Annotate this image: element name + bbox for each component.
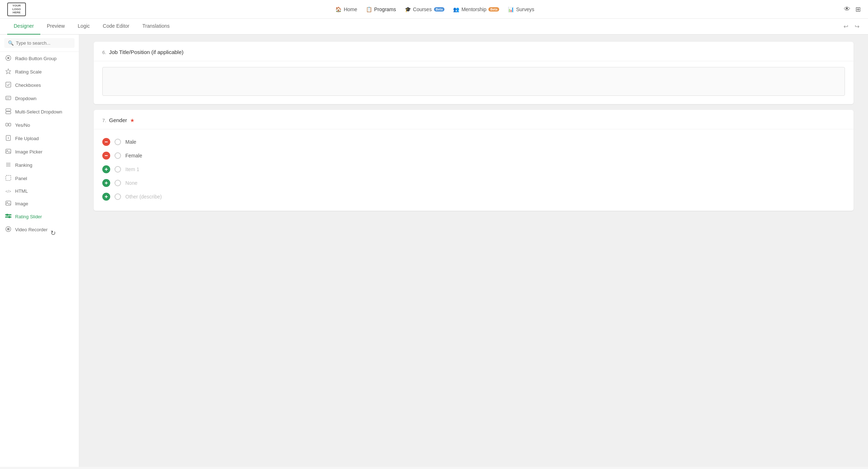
courses-icon: 🎓 — [405, 6, 411, 12]
sidebar-item-radio-button-group-label: Radio Button Group — [15, 56, 57, 61]
search-input-wrap[interactable]: 🔍 — [4, 38, 75, 48]
svg-point-24 — [8, 216, 10, 218]
question-7-header: 7. Gender ★ — [94, 110, 854, 129]
question-7-body: Male Female Item 1 — [94, 129, 854, 211]
nav-surveys[interactable]: 📊 Surveys — [508, 5, 534, 14]
sidebar-item-panel-label: Panel — [15, 176, 27, 181]
dropdown-icon — [5, 95, 12, 102]
option-male-label: Male — [125, 139, 136, 145]
sidebar-item-image-picker[interactable]: Image Picker — [0, 145, 79, 158]
tab-code-editor[interactable]: Code Editor — [96, 19, 136, 35]
sidebar-item-radio-button-group[interactable]: Radio Button Group — [0, 52, 79, 65]
radio-female-circle[interactable] — [115, 152, 121, 159]
surveys-icon: 📊 — [508, 6, 514, 12]
sidebar-item-html[interactable]: </> HTML — [0, 185, 79, 197]
panel-icon — [5, 175, 12, 182]
sidebar-item-checkboxes[interactable]: Checkboxes — [0, 79, 79, 92]
nav-programs[interactable]: 📋 Programs — [366, 5, 396, 14]
ranking-icon — [5, 162, 12, 169]
svg-rect-18 — [6, 175, 11, 180]
svg-rect-4 — [6, 96, 11, 100]
question-7-number: 7. — [102, 118, 106, 123]
nav-mentorship-label: Mentorship — [461, 6, 486, 12]
sidebar-item-video-recorder[interactable]: Video Recorder — [0, 223, 79, 236]
radio-none-circle[interactable] — [115, 180, 121, 186]
sidebar-item-file-upload[interactable]: File Upload — [0, 132, 79, 145]
svg-rect-8 — [6, 112, 11, 114]
sidebar-item-image-picker-label: Image Picker — [15, 149, 42, 155]
nav-links: 🏠 Home 📋 Programs 🎓 Courses Beta 👥 Mento… — [335, 5, 534, 14]
radio-other-circle[interactable] — [115, 193, 121, 200]
svg-rect-7 — [6, 109, 11, 111]
sidebar-item-yes-no[interactable]: Yes/No — [0, 119, 79, 132]
question-6-number: 6. — [102, 50, 106, 55]
nav-surveys-label: Surveys — [516, 6, 534, 12]
rating-slider-icon — [5, 214, 12, 220]
add-none-button[interactable] — [102, 179, 110, 187]
preview-icon[interactable]: 👁 — [844, 5, 850, 13]
nav-home-label: Home — [344, 6, 357, 12]
image-icon — [5, 200, 12, 207]
search-input[interactable] — [16, 40, 71, 46]
grid-icon[interactable]: ⊞ — [855, 5, 861, 13]
svg-rect-3 — [6, 82, 11, 87]
svg-rect-10 — [9, 123, 11, 126]
sidebar-item-dropdown[interactable]: Dropdown — [0, 92, 79, 105]
sidebar-item-rating-slider[interactable]: Rating Slider — [0, 210, 79, 223]
option-male: Male — [102, 135, 845, 149]
remove-male-button[interactable] — [102, 138, 110, 146]
question-6-title: Job Title/Position (if applicable) — [109, 49, 184, 55]
question-6-card: 6. Job Title/Position (if applicable) — [94, 42, 854, 104]
add-other-button[interactable] — [102, 193, 110, 201]
tab-designer[interactable]: Designer — [7, 19, 40, 35]
logo: YOURLOGOHERE — [7, 3, 26, 16]
undo-button[interactable]: ↩ — [842, 22, 850, 31]
tab-logic[interactable]: Logic — [71, 19, 96, 35]
add-item1-button[interactable] — [102, 165, 110, 173]
sidebar-item-ranking-label: Ranking — [15, 162, 32, 168]
redo-button[interactable]: ↪ — [853, 22, 861, 31]
sidebar-item-rating-scale[interactable]: Rating Scale — [0, 65, 79, 79]
yes-no-icon — [5, 122, 12, 129]
programs-icon: 📋 — [366, 6, 372, 12]
option-other: Other (describe) — [102, 190, 845, 204]
sidebar-item-rating-slider-label: Rating Slider — [15, 214, 42, 219]
search-box: 🔍 — [0, 35, 79, 52]
file-upload-icon — [5, 135, 12, 142]
sidebar-item-rating-scale-label: Rating Scale — [15, 69, 42, 75]
sidebar-item-panel[interactable]: Panel — [0, 172, 79, 185]
main-layout: 🔍 Radio Button Group Rating Scale Checkb… — [0, 35, 868, 467]
tab-preview[interactable]: Preview — [40, 19, 71, 35]
option-item1: Item 1 — [102, 162, 845, 176]
radio-item1-circle[interactable] — [115, 166, 121, 173]
video-recorder-icon — [5, 226, 12, 233]
question-7-required-star: ★ — [130, 117, 135, 123]
sidebar-item-yes-no-label: Yes/No — [15, 122, 30, 128]
remove-female-button[interactable] — [102, 152, 110, 160]
svg-point-23 — [6, 214, 8, 216]
nav-mentorship[interactable]: 👥 Mentorship Beta — [453, 5, 499, 14]
home-icon: 🏠 — [335, 6, 341, 12]
svg-marker-2 — [6, 69, 11, 74]
nav-courses-label: Courses — [413, 6, 432, 12]
question-6-header: 6. Job Title/Position (if applicable) — [94, 42, 854, 61]
form-canvas: 6. Job Title/Position (if applicable) 7.… — [79, 35, 868, 467]
nav-home[interactable]: 🏠 Home — [335, 5, 357, 14]
sidebar-item-image-label: Image — [15, 201, 28, 206]
radio-male-circle[interactable] — [115, 139, 121, 145]
question-6-answer[interactable] — [102, 67, 845, 96]
sidebar-item-multi-select-dropdown[interactable]: Multi-Select Dropdown — [0, 105, 79, 119]
sidebar-item-video-recorder-label: Video Recorder — [15, 227, 48, 232]
tab-actions: ↩ ↪ — [842, 19, 861, 34]
sidebar-item-ranking[interactable]: Ranking — [0, 158, 79, 172]
question-6-body — [94, 61, 854, 104]
nav-programs-label: Programs — [374, 6, 396, 12]
svg-rect-19 — [6, 201, 11, 205]
option-item1-label: Item 1 — [125, 166, 139, 172]
sidebar-item-image[interactable]: Image — [0, 197, 79, 210]
sidebar-item-dropdown-label: Dropdown — [15, 96, 36, 101]
nav-courses[interactable]: 🎓 Courses Beta — [405, 5, 445, 14]
option-none: None — [102, 176, 845, 190]
sidebar-item-checkboxes-label: Checkboxes — [15, 82, 41, 88]
tab-translations[interactable]: Translations — [136, 19, 176, 35]
